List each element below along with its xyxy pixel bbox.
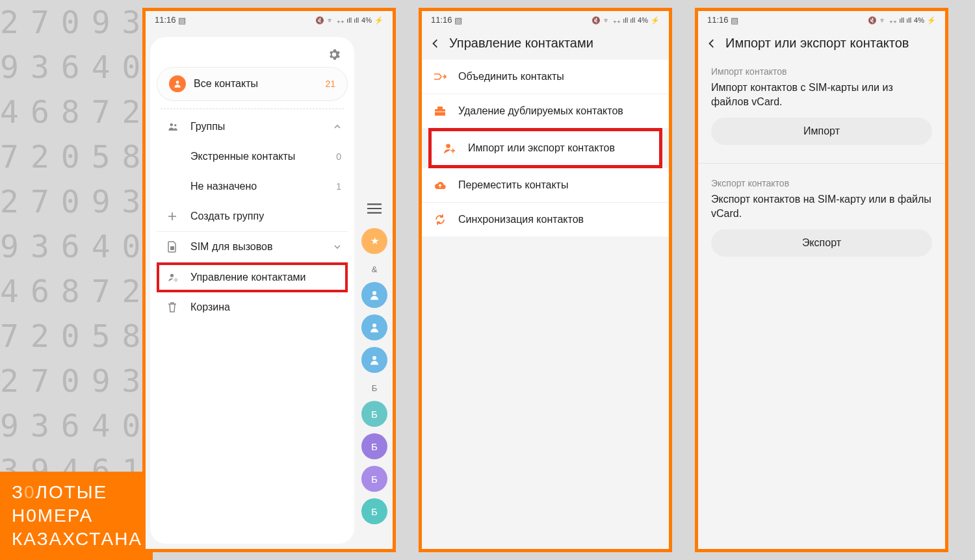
plus-icon [167, 211, 180, 222]
contact-chip[interactable] [361, 347, 387, 373]
page-title: Управление контактами [449, 36, 593, 51]
sync-icon [434, 213, 447, 226]
contact-chip[interactable] [361, 314, 387, 340]
sync-row[interactable]: Синхронизация контактов [422, 203, 669, 236]
phone-screen-3: 11:16 ▧ 🔇 ᯤ ₊₊ ıll ıll 4%⚡ Импорт или эк… [695, 8, 948, 552]
svg-point-1 [372, 324, 376, 327]
svg-rect-9 [435, 109, 445, 116]
pill-count: 21 [325, 79, 335, 89]
merge-row[interactable]: Объединить контакты [422, 60, 669, 94]
export-button[interactable]: Экспорт [711, 229, 932, 257]
svg-point-2 [372, 356, 376, 360]
move-row[interactable]: Переместить контакты [422, 168, 669, 203]
phone-screen-2: 11:16 ▧ 🔇 ᯤ ₊₊ ıll ıll 4%⚡ Управление ко… [419, 8, 672, 552]
toolbox-icon [434, 105, 447, 118]
dedup-row[interactable]: Удаление дублируемых контактов [422, 94, 669, 128]
page-title: Импорт или экспорт контактов [725, 36, 909, 51]
chevron-down-icon [333, 243, 341, 251]
svg-point-7 [170, 274, 174, 277]
sidebar-drawer: Все контакты 21 Группы Экстренные контак… [150, 37, 354, 544]
person-gear-icon [167, 272, 180, 283]
import-button[interactable]: Импорт [711, 118, 932, 145]
chevron-up-icon [333, 123, 341, 131]
svg-rect-10 [437, 107, 443, 110]
person-plus-icon [443, 142, 456, 155]
svg-point-0 [372, 291, 376, 295]
manage-contacts-row[interactable]: Управление контактами [157, 262, 348, 292]
groups-icon [167, 121, 180, 133]
all-contacts-pill[interactable]: Все контакты 21 [157, 67, 348, 101]
back-icon[interactable] [431, 39, 440, 48]
create-group-row[interactable]: Создать группу [157, 201, 348, 232]
import-export-row[interactable]: Импорт или экспорт контактов [432, 131, 659, 165]
merge-icon [434, 70, 447, 83]
phone-screen-1: 11:16 ▧ 🔇 ᯤ ₊₊ ıll ıll 4%⚡ ★ & Б Б Б Б Б… [142, 8, 396, 552]
manage-list-2: Переместить контакты Синхронизация конта… [422, 168, 669, 236]
section-label: Б [372, 383, 378, 393]
block-description: Импорт контактов с SIM-карты или из файл… [711, 81, 932, 110]
svg-point-5 [174, 124, 176, 126]
pill-label: Все контакты [194, 78, 317, 90]
favorite-chip[interactable]: ★ [361, 228, 387, 254]
svg-rect-6 [170, 246, 174, 250]
cloud-up-icon [434, 179, 447, 192]
contact-chip[interactable]: Б [361, 401, 387, 427]
contact-chip[interactable]: Б [361, 466, 387, 492]
block-title: Импорт контактов [711, 66, 932, 77]
trash-row[interactable]: Корзина [157, 292, 348, 322]
svg-point-3 [176, 81, 179, 84]
sim-calls-row[interactable]: SIM для вызовов [157, 232, 348, 262]
svg-point-11 [446, 144, 450, 149]
trash-icon [167, 301, 180, 313]
export-block: Экспорт контактов Экспорт контактов на S… [698, 172, 945, 267]
gear-icon[interactable] [327, 47, 341, 62]
section-label: & [372, 264, 378, 274]
svg-point-8 [175, 279, 177, 281]
svg-point-4 [170, 123, 174, 127]
emergency-row[interactable]: Экстренные контакты 0 [157, 142, 348, 172]
import-block: Импорт контактов Импорт контактов с SIM-… [698, 60, 945, 155]
status-bar: 11:16 ▧ 🔇 ᯤ ₊₊ ıll ıll 4%⚡ [422, 11, 669, 27]
appbar: Импорт или экспорт контактов [698, 27, 945, 60]
back-icon[interactable] [707, 39, 716, 48]
block-title: Экспорт контактов [711, 178, 932, 188]
appbar: Управление контактами [422, 27, 669, 60]
status-bar: 11:16 ▧ 🔇 ᯤ ₊₊ ıll ıll 4%⚡ [146, 11, 393, 27]
import-export-highlight: Импорт или экспорт контактов [428, 128, 662, 168]
contact-strip: ★ & Б Б Б Б Б [359, 203, 390, 524]
hamburger-icon[interactable] [367, 203, 382, 214]
contact-chip[interactable] [361, 282, 387, 308]
unassigned-row[interactable]: Не назначено 1 [157, 172, 348, 201]
sim-icon [167, 241, 180, 253]
block-description: Экспорт контактов на SIM-карту или в фай… [711, 192, 932, 222]
contact-chip[interactable]: Б [361, 498, 387, 524]
status-bar: 11:16 ▧ 🔇 ᯤ ₊₊ ıll ıll 4%⚡ [698, 11, 945, 27]
groups-row[interactable]: Группы [157, 112, 348, 142]
manage-list: Объединить контакты Удаление дублируемых… [422, 60, 669, 128]
contact-chip[interactable]: Б [361, 433, 387, 459]
person-icon [169, 75, 186, 92]
brand-badge: З0ЛОТЫЕ Н0МЕРА КАЗАХСТАНА [0, 472, 153, 560]
